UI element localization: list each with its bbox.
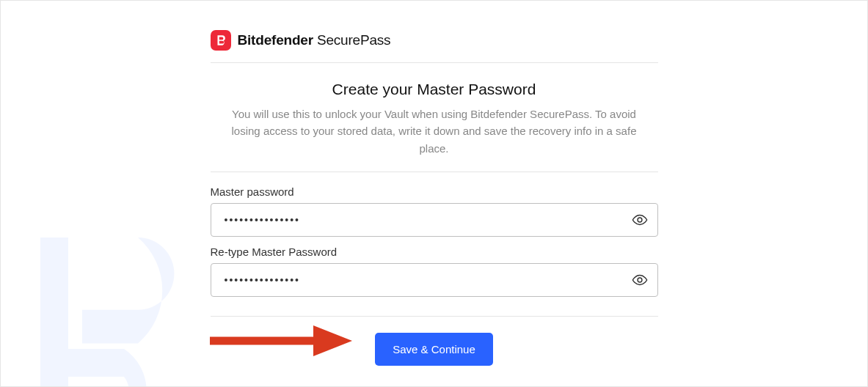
divider [211, 172, 658, 172]
heading-block: Create your Master Password You will use… [211, 63, 658, 172]
arrow-annotation-icon [207, 322, 354, 359]
action-row: Save & Continue [211, 317, 658, 366]
eye-icon [632, 272, 648, 288]
toggle-visibility-master[interactable] [630, 210, 649, 229]
page-subtitle: You will use this to unlock your Vault w… [218, 106, 651, 157]
retype-password-input[interactable] [211, 263, 658, 297]
brand-name-light: SecurePass [317, 32, 390, 48]
eye-icon [632, 212, 648, 228]
master-password-group: Master password [211, 185, 658, 237]
retype-password-label: Re-type Master Password [211, 246, 658, 258]
retype-password-input-wrap [211, 263, 658, 297]
page-title: Create your Master Password [218, 81, 651, 98]
toggle-visibility-retype[interactable] [630, 270, 649, 290]
svg-point-1 [638, 278, 642, 282]
master-password-label: Master password [211, 185, 658, 198]
brand-name: Bitdefender SecurePass [238, 32, 391, 48]
retype-password-group: Re-type Master Password [211, 246, 658, 297]
svg-marker-3 [313, 325, 352, 356]
background-logo-watermark [0, 196, 236, 387]
brand-name-bold: Bitdefender [238, 32, 313, 48]
bitdefender-logo-icon [211, 30, 231, 51]
save-continue-button[interactable]: Save & Continue [375, 333, 493, 366]
master-password-input-wrap [211, 203, 658, 237]
svg-point-0 [638, 218, 642, 222]
brand-header: Bitdefender SecurePass [211, 30, 658, 51]
onboarding-panel: Bitdefender SecurePass Create your Maste… [211, 1, 658, 366]
master-password-input[interactable] [211, 203, 658, 237]
